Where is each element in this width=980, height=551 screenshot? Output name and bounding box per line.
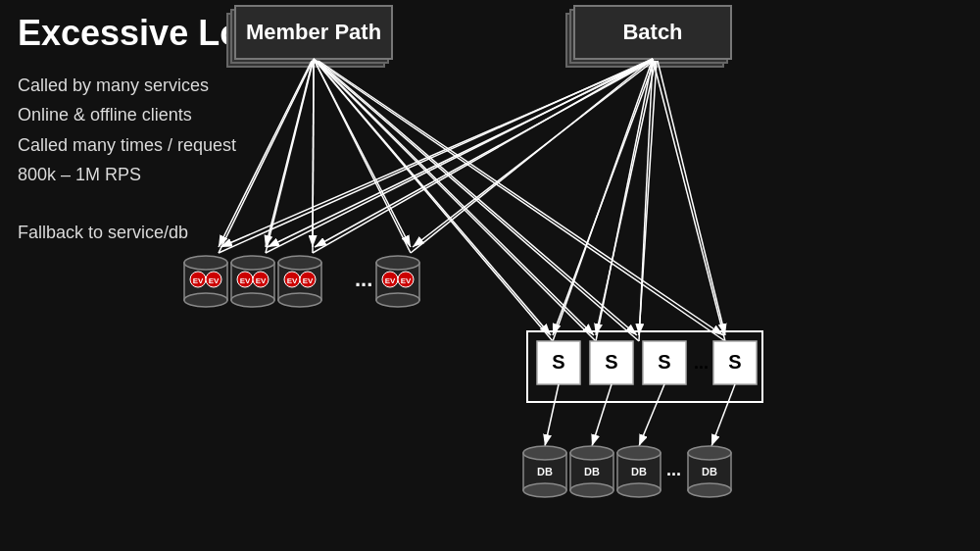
svg-point-73 <box>523 483 566 497</box>
svg-line-67 <box>545 384 559 446</box>
svg-line-34 <box>413 61 654 247</box>
svg-point-62 <box>376 293 419 307</box>
svg-text:DB: DB <box>702 466 717 477</box>
svg-point-84 <box>688 446 731 460</box>
svg-line-32 <box>268 61 652 247</box>
svg-line-31 <box>220 61 651 247</box>
cache-1: EV EV <box>184 256 227 307</box>
svg-point-55 <box>278 293 321 307</box>
svg-text:EV: EV <box>303 276 314 285</box>
svg-point-81 <box>617 483 661 497</box>
diagram: Member Path Batch <box>0 0 980 551</box>
svg-line-29 <box>318 61 637 335</box>
svg-point-72 <box>523 446 566 460</box>
svg-point-41 <box>184 293 227 307</box>
db-2: DB <box>570 446 613 497</box>
svg-line-6 <box>219 59 314 253</box>
svg-line-38 <box>658 61 725 335</box>
svg-text:DB: DB <box>631 466 647 477</box>
db-ellipsis: ... <box>666 460 681 479</box>
svg-line-33 <box>315 61 653 247</box>
svg-line-11 <box>314 59 596 341</box>
svg-point-48 <box>231 293 274 307</box>
svg-text:DB: DB <box>584 466 600 477</box>
svg-text:EV: EV <box>256 276 267 285</box>
server-ellipsis: ... <box>694 353 709 373</box>
svg-line-28 <box>317 61 594 335</box>
svg-point-80 <box>617 446 661 460</box>
svg-point-61 <box>376 256 419 270</box>
db-3: DB <box>617 446 661 497</box>
server-1-label: S <box>552 351 564 373</box>
batch-label: Batch <box>622 20 682 44</box>
server-3-label: S <box>658 351 670 373</box>
svg-point-76 <box>570 446 613 460</box>
svg-point-54 <box>278 256 321 270</box>
svg-text:EV: EV <box>401 276 412 285</box>
cache-3: EV EV <box>278 256 321 307</box>
server-2-label: S <box>605 351 617 373</box>
svg-line-24 <box>266 61 313 247</box>
cache-4: EV EV <box>376 256 419 307</box>
svg-point-77 <box>570 483 613 497</box>
svg-point-47 <box>231 256 274 270</box>
svg-line-25 <box>313 61 314 247</box>
server-4-label: S <box>728 351 741 373</box>
cache-ellipsis: ... <box>355 267 372 291</box>
member-path-label: Member Path <box>246 20 381 44</box>
svg-text:EV: EV <box>287 276 298 285</box>
svg-text:EV: EV <box>209 276 220 285</box>
svg-line-36 <box>596 61 656 335</box>
svg-line-37 <box>639 61 657 335</box>
svg-text:DB: DB <box>537 466 553 477</box>
svg-line-69 <box>639 384 664 446</box>
svg-line-70 <box>711 384 735 446</box>
svg-text:EV: EV <box>385 276 396 285</box>
db-1: DB <box>523 446 566 497</box>
svg-text:EV: EV <box>193 276 204 285</box>
svg-point-40 <box>184 256 227 270</box>
db-4: DB <box>688 446 731 497</box>
svg-point-85 <box>688 483 731 497</box>
svg-line-23 <box>219 61 312 247</box>
svg-text:EV: EV <box>240 276 251 285</box>
slide: Excessive Load Called by many services O… <box>0 0 980 551</box>
svg-line-68 <box>592 384 612 446</box>
cache-2: EV EV <box>231 256 274 307</box>
